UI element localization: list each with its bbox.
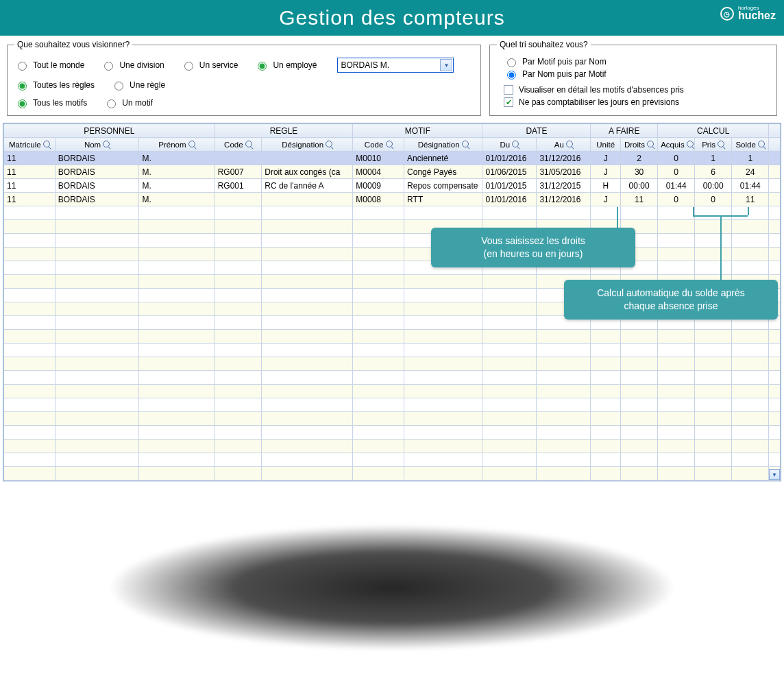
filter-icon <box>245 141 252 147</box>
checkbox-ignore-forecast[interactable]: ✔ <box>504 97 513 107</box>
table-row <box>4 467 781 481</box>
radio-one-rule[interactable]: Une règle <box>111 80 165 91</box>
table-row <box>4 371 781 385</box>
callout-line <box>748 207 749 215</box>
page-title: Gestion des compteurs <box>279 6 504 29</box>
col-matricule[interactable]: Matricule <box>4 138 56 152</box>
checkbox-detail-label: Visualiser en détail les motifs d'absenc… <box>519 85 684 95</box>
drop-shadow <box>36 509 748 667</box>
table-row <box>4 220 781 234</box>
table-row <box>4 261 781 275</box>
filter-icon <box>687 141 694 147</box>
col-code-regle[interactable]: Code <box>215 138 262 152</box>
col-code-motif[interactable]: Code <box>353 138 404 152</box>
filter-icon <box>758 141 765 147</box>
col-du[interactable]: Du <box>482 138 537 152</box>
employee-select[interactable]: BORDAIS M. ▼ <box>337 58 454 73</box>
brand-logo: ◷ horloges huchez <box>720 5 776 22</box>
table-row <box>4 426 781 440</box>
radio-all-rules[interactable]: Toutes les règles <box>14 80 95 91</box>
radio-division[interactable]: Une division <box>101 60 164 71</box>
table-row <box>4 412 781 426</box>
col-desig-motif[interactable]: Désignation <box>404 138 482 152</box>
col-acquis[interactable]: Acquis <box>658 138 695 152</box>
col-unite[interactable]: Unité <box>591 138 621 152</box>
table-row[interactable]: 11BORDAISM.RG001RC de l'année AM0009Repo… <box>4 179 781 193</box>
chevron-down-icon: ▼ <box>440 59 452 71</box>
col-droits[interactable]: Droits <box>621 138 658 152</box>
filter-icon <box>566 141 573 147</box>
radio-one-motif[interactable]: Un motif <box>103 97 153 108</box>
col-group-personnel[interactable]: PERSONNEL <box>4 124 215 138</box>
radio-everyone[interactable]: Tout le monde <box>14 60 84 71</box>
view-filter-legend: Que souhaitez vous visionner? <box>14 40 132 49</box>
employee-selected-value: BORDAIS M. <box>341 60 389 70</box>
table-row <box>4 248 781 261</box>
table-row <box>4 398 781 412</box>
scroll-down-button[interactable]: ▼ <box>769 469 780 480</box>
filter-icon <box>718 141 724 147</box>
table-row[interactable]: 11BORDAISM.M0008RTT01/01/201631/12/2016J… <box>4 193 781 206</box>
data-grid: PERSONNEL REGLE MOTIF DATE A FAIRE CALCU… <box>3 123 781 481</box>
filter-icon <box>386 141 393 147</box>
radio-employee[interactable]: Un employé <box>254 60 317 71</box>
table-row[interactable]: 11BORDAISM.RG007Droit aux congés (caM000… <box>4 165 781 179</box>
radio-service[interactable]: Un service <box>181 60 238 71</box>
col-group-afaire[interactable]: A FAIRE <box>591 124 658 138</box>
filter-icon <box>462 141 469 147</box>
col-prenom[interactable]: Prénom <box>139 138 215 152</box>
checkbox-detail[interactable] <box>504 85 513 95</box>
col-group-calcul[interactable]: CALCUL <box>658 124 769 138</box>
table-row <box>4 453 781 467</box>
sort-filter-group: Quel tri souhaitez vous? Par Motif puis … <box>489 40 777 116</box>
radio-sort-motif[interactable]: Par Motif puis par Nom <box>504 56 770 67</box>
table-row <box>4 440 781 453</box>
checkbox-ignore-forecast-label: Ne pas comptabiliser les jours en prévis… <box>519 97 679 107</box>
callout-droits: Vous saisissez les droits (en heures ou … <box>431 228 635 267</box>
table-row <box>4 357 781 371</box>
callout-line <box>693 207 694 215</box>
callout-line <box>720 215 722 280</box>
filter-icon <box>188 141 195 147</box>
callout-solde: Calcul automatique du solde après chaque… <box>564 280 778 320</box>
radio-all-motifs[interactable]: Tous les motifs <box>14 97 87 108</box>
table-row <box>4 344 781 357</box>
view-filter-group: Que souhaitez vous visionner? Tout le mo… <box>7 40 481 116</box>
radio-sort-name[interactable]: Par Nom puis par Motif <box>504 69 770 80</box>
filter-icon <box>103 141 110 147</box>
col-group-date[interactable]: DATE <box>482 124 591 138</box>
col-solde[interactable]: Solde <box>732 138 769 152</box>
clock-icon: ◷ <box>720 7 734 21</box>
brand-text: horloges huchez <box>738 5 776 22</box>
col-group-motif[interactable]: MOTIF <box>353 124 482 138</box>
filter-icon <box>647 141 654 147</box>
col-group-regle[interactable]: REGLE <box>215 124 353 138</box>
col-pris[interactable]: Pris <box>695 138 732 152</box>
col-nom[interactable]: Nom <box>55 138 139 152</box>
table-row <box>4 234 781 248</box>
filter-icon <box>43 141 50 147</box>
col-au[interactable]: Au <box>537 138 591 152</box>
table-row <box>4 206 781 220</box>
header-bar: Gestion des compteurs ◷ horloges huchez <box>0 0 784 36</box>
col-desig-regle[interactable]: Désignation <box>262 138 353 152</box>
table-row <box>4 385 781 398</box>
table-row <box>4 330 781 344</box>
table-row[interactable]: 11BORDAISM.M0010Ancienneté01/01/201631/1… <box>4 152 781 165</box>
filter-icon <box>512 141 519 147</box>
filter-icon <box>326 141 332 147</box>
sort-filter-legend: Quel tri souhaitez vous? <box>497 40 591 49</box>
